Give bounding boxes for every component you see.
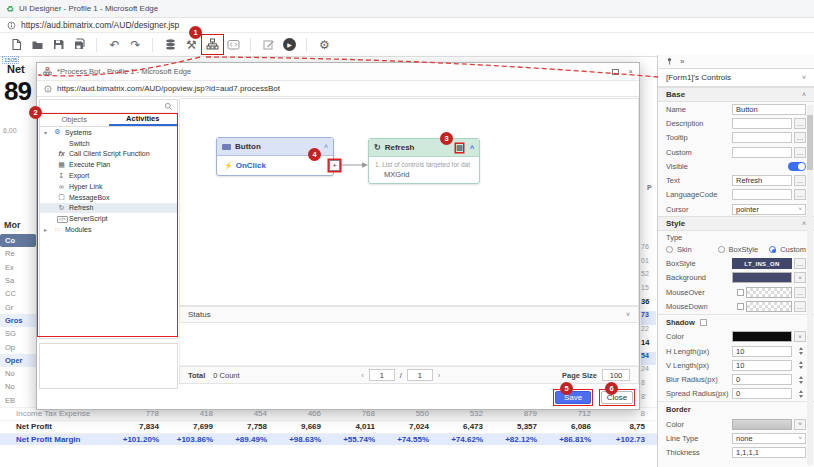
v-length-input[interactable] <box>732 360 792 371</box>
chevron-up-icon[interactable]: ˄ <box>802 220 806 227</box>
background-color-swatch[interactable] <box>732 272 792 283</box>
chevron-down-icon[interactable]: ˅ <box>802 74 806 81</box>
close-window-button[interactable]: × <box>629 67 633 76</box>
spread-radius-input[interactable] <box>732 388 792 399</box>
dropdown-button[interactable]: ˅ <box>794 272 806 283</box>
scrollbar-thumb[interactable] <box>807 115 813 170</box>
tree-item-serverscript[interactable]: </>ServerScript <box>40 213 177 224</box>
undo-button[interactable]: ↶ <box>104 35 125 54</box>
caret-right-icon[interactable]: ▸ <box>44 226 50 233</box>
tree-item-messagebox[interactable]: ▢MessageBox <box>40 192 177 203</box>
popup-url-text[interactable]: https://aud.bimatrix.com/AUD/popview.jsp… <box>57 84 280 93</box>
tree-item-switch[interactable]: Switch <box>40 138 177 149</box>
mouseover-checkbox[interactable] <box>737 289 744 296</box>
tab-activities[interactable]: Activities <box>109 113 178 126</box>
h-length-input[interactable] <box>732 346 792 357</box>
maximize-button[interactable] <box>612 69 619 75</box>
tree-item-export[interactable]: ↧Export <box>40 170 177 181</box>
pin-icon[interactable] <box>665 57 674 66</box>
list-item[interactable]: Gros <box>0 314 36 327</box>
spinner-arrows[interactable] <box>796 347 806 355</box>
new-file-button[interactable] <box>6 35 27 54</box>
radio-custom[interactable] <box>769 246 776 253</box>
list-item[interactable]: CC <box>0 287 36 300</box>
tooltip-input[interactable] <box>732 132 792 143</box>
address-bar[interactable]: https://aud.bimatrix.com/AUD/designer.js… <box>0 18 814 33</box>
node-output-port[interactable]: + <box>329 160 340 171</box>
list-item[interactable]: Op <box>0 340 36 353</box>
list-item[interactable]: Oper <box>0 354 36 367</box>
cursor-select[interactable]: pointer˅ <box>732 204 806 215</box>
tree-node-systems[interactable]: ▾ ⚙ Systems <box>40 127 177 138</box>
shadow-color-swatch[interactable] <box>732 331 792 342</box>
next-page-button[interactable]: › <box>438 371 441 380</box>
ellipsis-button[interactable]: … <box>794 132 806 143</box>
controls-header[interactable]: [Form1]'s Controls ˅ <box>658 68 814 87</box>
flow-canvas[interactable]: Button ˄ ⚡ OnClick + ↻ Refresh ▤ ˄ <box>179 98 639 306</box>
blur-radius-input[interactable] <box>732 374 792 385</box>
process-bot-button[interactable] <box>202 35 223 54</box>
line-type-select[interactable]: none˅ <box>732 433 806 444</box>
ellipsis-button[interactable]: … <box>794 175 806 186</box>
save-button[interactable]: Save <box>555 391 591 404</box>
tree-node-modules[interactable]: ▸ ∷ Modules <box>40 224 177 235</box>
list-item[interactable]: Sa <box>0 274 36 287</box>
save-all-button[interactable] <box>69 35 90 54</box>
border-color-swatch[interactable] <box>732 419 792 430</box>
list-item[interactable]: EB <box>0 394 36 407</box>
collapse-panel-icon[interactable]: » <box>680 57 684 66</box>
spinner-arrows[interactable] <box>796 376 806 384</box>
mouseover-swatch[interactable] <box>746 287 792 298</box>
custom-input[interactable] <box>732 147 792 158</box>
open-folder-button[interactable] <box>27 35 48 54</box>
prev-page-button[interactable]: ‹ <box>361 371 364 380</box>
status-section-header[interactable]: Status ˅ <box>179 306 639 323</box>
data-source-button[interactable] <box>160 35 181 54</box>
list-item[interactable]: Gr <box>0 300 36 313</box>
total-pages-input[interactable] <box>407 369 433 381</box>
collapse-chevron-icon[interactable]: ˄ <box>324 143 328 150</box>
section-style[interactable]: Style ˄ <box>658 216 814 231</box>
dropdown-button[interactable]: ˅ <box>794 331 806 342</box>
ellipsis-button[interactable]: … <box>794 287 806 298</box>
radio-skin[interactable] <box>666 246 673 253</box>
edit-button[interactable] <box>258 35 279 54</box>
radio-boxstyle[interactable] <box>718 246 725 253</box>
popup-titlebar[interactable]: *Process Bot - Profile 1 - Microsoft Edg… <box>37 63 639 81</box>
ellipsis-button[interactable]: … <box>794 147 806 158</box>
thickness-input[interactable] <box>732 447 806 458</box>
dropdown-button[interactable]: ˅ <box>794 419 806 430</box>
spinner-arrows[interactable] <box>796 390 806 398</box>
site-info-icon[interactable] <box>7 21 16 30</box>
ellipsis-button[interactable]: … <box>794 118 806 129</box>
chevron-down-icon[interactable]: ˅ <box>626 311 630 318</box>
run-button[interactable]: ▶ <box>279 35 300 54</box>
refresh-node-header[interactable]: ↻ Refresh ▤ ˄ <box>369 139 479 157</box>
mousedown-checkbox[interactable] <box>737 303 744 310</box>
ellipsis-button[interactable]: … <box>794 301 806 312</box>
settings-button[interactable]: ⚙ <box>314 35 335 54</box>
tree-item-hyper-link[interactable]: ∞Hyper Link <box>40 181 177 192</box>
ellipsis-button[interactable]: … <box>794 189 806 200</box>
server-script-button[interactable] <box>223 35 244 54</box>
mousedown-swatch[interactable] <box>746 301 792 312</box>
shadow-checkbox[interactable] <box>700 319 707 326</box>
list-item[interactable]: Re <box>0 247 36 260</box>
list-item[interactable]: SG <box>0 327 36 340</box>
language-code-input[interactable] <box>732 189 792 200</box>
tree-search-bar[interactable] <box>40 100 177 113</box>
popup-address-bar[interactable]: https://aud.bimatrix.com/AUD/popview.jsp… <box>37 81 639 97</box>
description-input[interactable] <box>732 118 792 129</box>
tree-item-refresh[interactable]: ↻Refresh <box>40 203 177 214</box>
tree-item-call-client-script[interactable]: fxCall Client Script Function <box>40 149 177 160</box>
refresh-node-target[interactable]: MXGrid <box>375 170 473 179</box>
list-item[interactable]: No <box>0 367 36 380</box>
list-item[interactable]: No <box>0 380 36 393</box>
list-item[interactable]: Co <box>0 234 36 247</box>
text-input[interactable] <box>732 175 792 186</box>
url-text[interactable]: https://aud.bimatrix.com/AUD/designer.js… <box>21 20 179 30</box>
list-item[interactable]: Ex <box>0 261 36 274</box>
section-base[interactable]: Base ˄ <box>658 87 814 102</box>
node-settings-icon[interactable]: ▤ <box>456 144 463 152</box>
spinner-arrows[interactable] <box>796 361 806 369</box>
